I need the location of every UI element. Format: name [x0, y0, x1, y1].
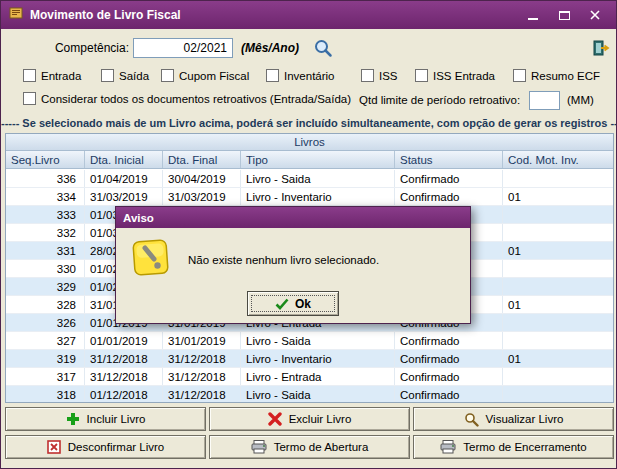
cell-status: Confirmado [395, 386, 503, 402]
livros-table-title: Livros [6, 134, 613, 151]
checkbox-label: Cupom Fiscal [179, 70, 249, 82]
competencia-row: Competência: (Mês/Ano) [1, 37, 616, 61]
aviso-dialog: Aviso Não existe nenhum livro selecionad… [115, 206, 471, 324]
checkbox-box[interactable] [266, 69, 279, 82]
search-icon[interactable] [313, 38, 333, 60]
unconfirm-icon [47, 440, 61, 454]
checkbox-entrada[interactable]: Entrada [23, 69, 81, 82]
cell-cod [503, 278, 613, 295]
table-row[interactable]: 33431/03/201931/03/2019Livro - Inventari… [6, 188, 613, 206]
checkbox-cupom-fiscal[interactable]: Cupom Fiscal [161, 69, 249, 82]
checkbox-box[interactable] [23, 92, 36, 105]
checkbox-box[interactable] [361, 69, 374, 82]
delete-icon [268, 412, 282, 426]
checkbox-saida[interactable]: Saída [101, 69, 149, 82]
warning-icon [130, 236, 172, 280]
qtd-retroativo-input[interactable] [529, 91, 560, 110]
ok-label: Ok [295, 297, 311, 311]
column-header-status[interactable]: Status [395, 151, 503, 168]
cell-cod [503, 314, 613, 331]
window-title: Movimento de Livro Fiscal [30, 8, 181, 22]
visualizar-livro-button[interactable]: Visualizar Livro [413, 407, 614, 431]
competencia-input[interactable] [133, 38, 233, 58]
checkbox-iss[interactable]: ISS [361, 69, 398, 82]
cell-seq: 332 [6, 224, 85, 241]
document-type-filters: Entrada Saída Cupom Fiscal Inventário IS… [1, 69, 616, 85]
app-icon [9, 6, 23, 24]
minimize-icon [528, 18, 538, 20]
cell-status: Confirmado [395, 188, 503, 205]
ok-button[interactable]: Ok [247, 291, 339, 316]
cell-final: 30/04/2019 [163, 170, 241, 187]
excluir-livro-button[interactable]: Excluir Livro [209, 407, 410, 431]
printer-icon [251, 440, 267, 454]
cell-status: Confirmado [395, 332, 503, 349]
plus-icon [66, 412, 80, 426]
desconfirmar-livro-button[interactable]: Desconfirmar Livro [5, 435, 206, 459]
cell-cod [503, 170, 613, 187]
dialog-titlebar[interactable]: Aviso [116, 207, 470, 228]
cell-seq: 336 [6, 170, 85, 187]
termo-encerramento-button[interactable]: Termo de Encerramento [413, 435, 614, 459]
app-window: Movimento de Livro Fiscal Competência: (… [0, 0, 617, 469]
cell-inicial: 31/12/2018 [85, 368, 163, 385]
checkbox-box[interactable] [23, 69, 36, 82]
column-header-cod[interactable]: Cod. Mot. Inv. [503, 151, 613, 168]
table-row[interactable]: 32701/01/201931/01/2019Livro - SaidaConf… [6, 332, 613, 350]
qtd-retroativo-label: Qtd limite de período retroativo: [359, 94, 520, 106]
cell-inicial: 31/03/2019 [85, 188, 163, 205]
close-button[interactable] [588, 8, 602, 22]
table-header: Seq.LivroDta. InicialDta. FinalTipoStatu… [6, 151, 613, 169]
cell-cod [503, 332, 613, 349]
minimize-button[interactable] [526, 8, 540, 22]
cell-seq: 317 [6, 368, 85, 385]
cell-status: Confirmado [395, 368, 503, 385]
checkbox-box[interactable] [513, 69, 526, 82]
table-row[interactable]: 31731/12/201831/12/2018Livro - EntradaCo… [6, 368, 613, 386]
mes-ano-label: (Mês/Ano) [241, 41, 299, 55]
retroactive-filters: Considerar todos os documentos retroativ… [1, 92, 616, 108]
column-header-tipo[interactable]: Tipo [241, 151, 395, 168]
column-header-final[interactable]: Dta. Final [163, 151, 241, 168]
dialog-message: Não existe nenhum livro selecionado. [188, 254, 379, 266]
titlebar[interactable]: Movimento de Livro Fiscal [1, 1, 616, 29]
checkbox-iss-entrada[interactable]: ISS Entrada [415, 69, 495, 82]
column-header-seq[interactable]: Seq.Livro [6, 151, 85, 168]
termo-abertura-button[interactable]: Termo de Abertura [209, 435, 410, 459]
checkbox-box[interactable] [415, 69, 428, 82]
table-row[interactable]: 31801/12/201831/12/2018Livro - SaidaConf… [6, 386, 613, 402]
view-icon [464, 412, 479, 427]
cell-seq: 334 [6, 188, 85, 205]
checkbox-box[interactable] [101, 69, 114, 82]
checkbox-box[interactable] [161, 69, 174, 82]
checkbox-inventario[interactable]: Inventário [266, 69, 335, 82]
maximize-icon [559, 11, 570, 20]
cell-final: 31/01/2019 [163, 332, 241, 349]
cell-status: Confirmado [395, 170, 503, 187]
checkbox-resumo-ecf[interactable]: Resumo ECF [513, 69, 600, 82]
checkbox-label: Entrada [41, 70, 81, 82]
cell-cod [503, 224, 613, 241]
cell-cod [503, 386, 613, 402]
button-label: Termo de Abertura [274, 441, 369, 453]
cell-tipo: Livro - Inventario [241, 188, 395, 205]
button-label: Visualizar Livro [486, 413, 564, 425]
table-row[interactable]: 31931/12/201831/12/2018Livro - Inventari… [6, 350, 613, 368]
column-header-inicial[interactable]: Dta. Inicial [85, 151, 163, 168]
cell-final: 31/03/2019 [163, 188, 241, 205]
checkbox-retroativos[interactable]: Considerar todos os documentos retroativ… [23, 92, 351, 105]
maximize-button[interactable] [557, 8, 571, 22]
cell-status: Confirmado [395, 350, 503, 367]
cell-tipo: Livro - Saida [241, 170, 395, 187]
cell-tipo: Livro - Saida [241, 386, 395, 402]
cell-final: 31/12/2018 [163, 368, 241, 385]
dialog-body: Não existe nenhum livro selecionado. Ok [116, 228, 470, 324]
cell-seq: 318 [6, 386, 85, 402]
cell-cod: 01 [503, 242, 613, 259]
cell-final: 31/12/2018 [163, 350, 241, 367]
incluir-livro-button[interactable]: Incluir Livro [5, 407, 206, 431]
exit-icon[interactable] [592, 39, 610, 59]
cell-seq: 326 [6, 314, 85, 331]
button-label: Termo de Encerramento [463, 441, 586, 453]
table-row[interactable]: 33601/04/201930/04/2019Livro - SaidaConf… [6, 170, 613, 188]
